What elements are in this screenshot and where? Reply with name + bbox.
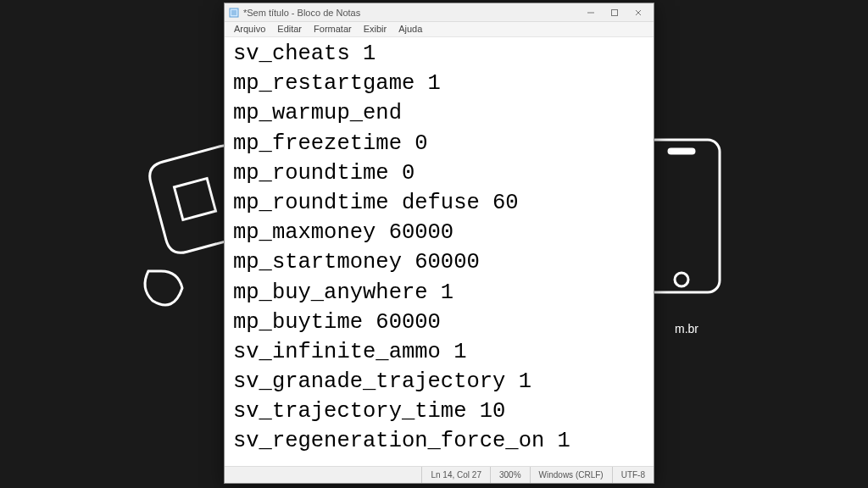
svg-rect-9 bbox=[612, 9, 618, 15]
svg-rect-2 bbox=[669, 149, 694, 153]
menu-help[interactable]: Ajuda bbox=[392, 22, 428, 36]
svg-rect-1 bbox=[643, 140, 720, 292]
svg-point-3 bbox=[675, 273, 688, 286]
menu-view[interactable]: Exibir bbox=[358, 22, 393, 36]
statusbar: Ln 14, Col 27 300% Windows (CRLF) UTF-8 bbox=[225, 466, 654, 483]
notepad-icon bbox=[228, 7, 240, 19]
status-encoding: UTF-8 bbox=[612, 467, 654, 483]
notepad-window: *Sem título - Bloco de Notas Arquivo Edi… bbox=[224, 3, 654, 484]
close-button[interactable] bbox=[626, 5, 650, 20]
status-zoom: 300% bbox=[490, 467, 530, 483]
status-lineending: Windows (CRLF) bbox=[530, 467, 612, 483]
minimize-button[interactable] bbox=[579, 5, 603, 20]
svg-rect-0 bbox=[175, 179, 216, 220]
window-controls bbox=[579, 5, 650, 20]
window-title: *Sem título - Bloco de Notas bbox=[243, 8, 579, 18]
maximize-button[interactable] bbox=[603, 5, 626, 20]
background-domain-text: m.br bbox=[675, 322, 698, 336]
titlebar[interactable]: *Sem título - Bloco de Notas bbox=[225, 3, 654, 22]
menu-file[interactable]: Arquivo bbox=[228, 22, 271, 36]
menubar: Arquivo Editar Formatar Exibir Ajuda bbox=[225, 22, 654, 37]
menu-edit[interactable]: Editar bbox=[271, 22, 308, 36]
menu-format[interactable]: Formatar bbox=[308, 22, 358, 36]
text-editor[interactable]: sv_cheats 1 mp_restartgame 1 mp_warmup_e… bbox=[225, 37, 654, 466]
status-position: Ln 14, Col 27 bbox=[421, 467, 490, 483]
